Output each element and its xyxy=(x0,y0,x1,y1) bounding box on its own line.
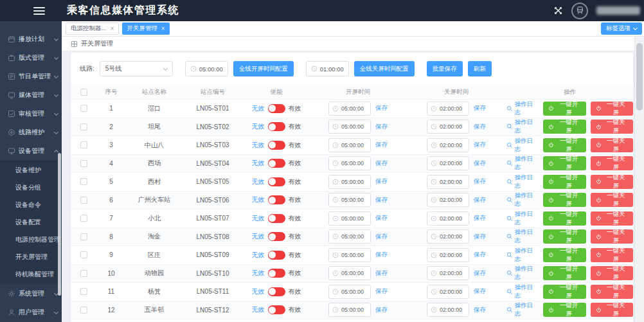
save-link[interactable]: 保存 xyxy=(375,141,388,149)
sidebar-item-play-plan[interactable]: 播放计划 xyxy=(0,30,62,48)
save-link[interactable]: 保存 xyxy=(375,159,388,168)
row-checkbox[interactable] xyxy=(80,160,87,167)
enable-toggle[interactable] xyxy=(268,104,285,113)
open-screen-button[interactable]: 一键开屏 xyxy=(543,120,586,134)
operation-log-link[interactable]: 操作日志 xyxy=(506,192,539,208)
close-screen-button[interactable]: 一键关屏 xyxy=(591,285,633,299)
save-link[interactable]: 保存 xyxy=(474,104,486,112)
operation-log-link[interactable]: 操作日志 xyxy=(506,174,539,190)
open-time-input[interactable]: 05:00:00 xyxy=(328,211,371,226)
open-screen-button[interactable]: 一键开屏 xyxy=(543,229,586,244)
save-link[interactable]: 保存 xyxy=(375,251,388,259)
open-time-input[interactable]: 05:00:00 xyxy=(328,175,371,189)
enable-toggle[interactable] xyxy=(268,305,285,314)
sidebar-item-program-mgmt[interactable]: 节目单管理 xyxy=(0,67,62,85)
operation-log-link[interactable]: 操作日志 xyxy=(506,210,539,227)
save-link[interactable]: 保存 xyxy=(474,287,486,296)
save-link[interactable]: 保存 xyxy=(375,196,388,204)
close-screen-button[interactable]: 一键关屏 xyxy=(591,303,633,317)
close-screen-button[interactable]: 一键关屏 xyxy=(591,156,633,170)
user-avatar-train-icon[interactable] xyxy=(571,3,588,19)
sidebar-scrollbar[interactable] xyxy=(58,153,61,296)
operation-log-link[interactable]: 操作日志 xyxy=(506,100,539,117)
save-link[interactable]: 保存 xyxy=(375,214,388,222)
sidebar-item-line-maintenance[interactable]: 线路维护 xyxy=(0,123,62,141)
sidebar-item-device-mgmt[interactable]: 设备管理 xyxy=(0,141,62,160)
close-time-input[interactable]: 02:00:00 xyxy=(427,175,469,189)
open-time-input[interactable]: 05:00:00 xyxy=(328,156,371,170)
tag-options-button[interactable]: 标签选项 xyxy=(601,22,642,35)
hamburger-menu-icon[interactable] xyxy=(33,5,45,17)
row-checkbox[interactable] xyxy=(80,307,87,314)
close-time-input[interactable]: 02:00:00 xyxy=(427,138,469,152)
save-link[interactable]: 保存 xyxy=(474,159,486,168)
close-time-input[interactable]: 02:00:00 xyxy=(427,248,469,262)
enable-toggle[interactable] xyxy=(268,141,285,150)
close-screen-button[interactable]: 一键关屏 xyxy=(591,266,633,280)
open-time-input[interactable]: 05:00:00 xyxy=(328,120,371,134)
save-link[interactable]: 保存 xyxy=(474,141,486,149)
open-time-input[interactable]: 05:00:00 xyxy=(328,138,371,152)
row-checkbox[interactable] xyxy=(80,105,87,112)
close-time-input[interactable]: 02:00:00 xyxy=(427,229,469,244)
operation-log-link[interactable]: 操作日志 xyxy=(506,228,539,245)
open-screen-button[interactable]: 一键开屏 xyxy=(543,303,586,317)
open-time-input[interactable]: 05:00:00 xyxy=(328,248,371,262)
close-icon[interactable]: × xyxy=(161,26,165,32)
save-link[interactable]: 保存 xyxy=(375,269,388,278)
row-checkbox[interactable] xyxy=(80,233,87,240)
sidebar-item-layout-mgmt[interactable]: 版式管理 xyxy=(0,48,62,67)
operation-log-link[interactable]: 操作日志 xyxy=(506,137,539,154)
sidebar-subitem-device-command[interactable]: 设备命令 xyxy=(0,196,62,213)
save-link[interactable]: 保存 xyxy=(474,251,486,259)
row-checkbox[interactable] xyxy=(80,215,87,222)
operation-log-link[interactable]: 操作日志 xyxy=(506,265,539,282)
sidebar-subitem-device-config[interactable]: 设备配置 xyxy=(0,213,62,231)
enable-toggle[interactable] xyxy=(268,287,285,296)
enable-toggle[interactable] xyxy=(268,269,285,278)
open-time-input[interactable]: 05:00:00 xyxy=(328,285,371,299)
sidebar-subitem-device-maintenance[interactable]: 设备维护 xyxy=(0,161,62,179)
open-screen-button[interactable]: 一键开屏 xyxy=(543,266,586,280)
enable-toggle[interactable] xyxy=(268,214,285,223)
sidebar-item-system-mgmt[interactable]: 系统管理 xyxy=(0,284,62,303)
close-icon[interactable]: × xyxy=(110,26,114,32)
open-time-input[interactable]: 05:00:00 xyxy=(328,193,371,207)
open-time-input[interactable]: 05:00:00 xyxy=(328,102,371,116)
open-screen-button[interactable]: 一键开屏 xyxy=(543,193,586,207)
close-screen-button[interactable]: 一键关屏 xyxy=(591,193,633,207)
row-checkbox[interactable] xyxy=(80,288,87,295)
sidebar-subitem-power-controller[interactable]: 电源控制器管理 xyxy=(0,231,62,248)
close-screen-button[interactable]: 一键关屏 xyxy=(591,248,633,262)
select-all-checkbox[interactable] xyxy=(80,89,87,96)
enable-toggle[interactable] xyxy=(268,232,285,241)
save-link[interactable]: 保存 xyxy=(375,306,388,314)
save-link[interactable]: 保存 xyxy=(375,104,388,112)
sidebar-item-audit-mgmt[interactable]: 审核管理 xyxy=(0,104,62,123)
save-link[interactable]: 保存 xyxy=(474,123,486,131)
open-screen-button[interactable]: 一键开屏 xyxy=(543,248,586,262)
all-open-config-button[interactable]: 全线开屏时间配置 xyxy=(233,61,294,76)
open-time-input[interactable]: 05:00:00 xyxy=(328,266,371,280)
save-link[interactable]: 保存 xyxy=(474,196,486,204)
operation-log-link[interactable]: 操作日志 xyxy=(506,118,539,135)
close-screen-button[interactable]: 一键关屏 xyxy=(591,102,633,116)
row-checkbox[interactable] xyxy=(80,270,87,277)
close-time-input[interactable]: 02:00:00 xyxy=(427,266,469,280)
open-screen-button[interactable]: 一键开屏 xyxy=(543,175,586,189)
all-close-time-input[interactable]: 01:00:00 xyxy=(306,61,349,76)
open-time-input[interactable]: 05:00:00 xyxy=(328,303,371,317)
sidebar-subitem-standby-wake[interactable]: 待机唤醒管理 xyxy=(0,265,62,283)
enable-toggle[interactable] xyxy=(268,251,285,260)
close-time-input[interactable]: 02:00:00 xyxy=(427,120,469,134)
close-time-input[interactable]: 02:00:00 xyxy=(427,156,469,170)
scrollbar-thumb[interactable] xyxy=(636,43,643,111)
close-time-input[interactable]: 02:00:00 xyxy=(427,285,469,299)
open-screen-button[interactable]: 一键开屏 xyxy=(543,211,586,226)
operation-log-link[interactable]: 操作日志 xyxy=(506,283,539,300)
close-time-input[interactable]: 02:00:00 xyxy=(427,303,469,317)
operation-log-link[interactable]: 操作日志 xyxy=(506,301,539,318)
enable-toggle[interactable] xyxy=(268,122,285,131)
enable-toggle[interactable] xyxy=(268,159,285,168)
sidebar-subitem-switch-screen[interactable]: 开关屏管理 xyxy=(0,248,62,265)
